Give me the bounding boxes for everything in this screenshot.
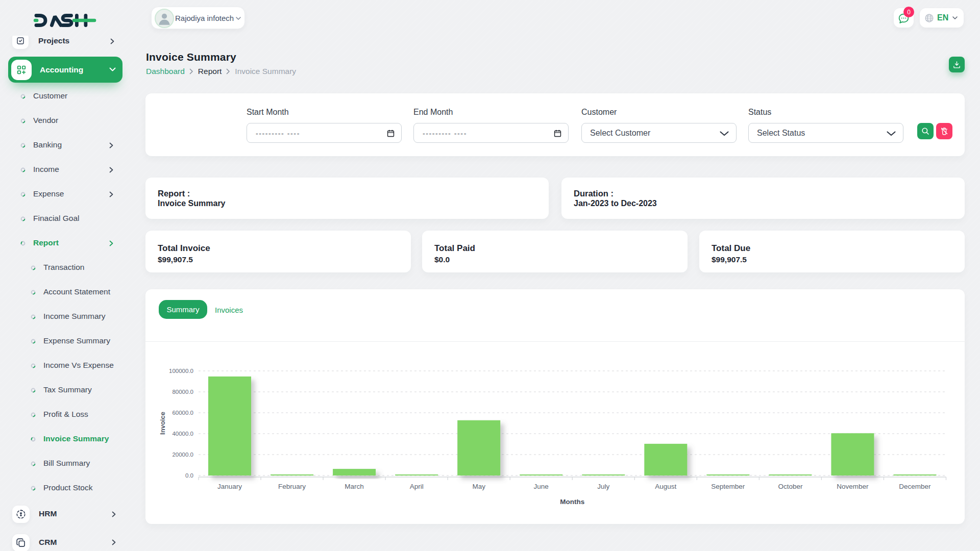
svg-text:October: October [778, 483, 803, 490]
svg-text:January: January [217, 483, 242, 490]
svg-text:40000.0: 40000.0 [172, 431, 193, 437]
svg-text:July: July [597, 483, 609, 490]
svg-text:Months: Months [560, 498, 584, 506]
svg-text:Invoice: Invoice [159, 412, 166, 435]
svg-text:June: June [534, 483, 549, 490]
svg-text:September: September [711, 483, 745, 490]
svg-text:0.0: 0.0 [185, 472, 193, 479]
svg-text:November: November [837, 483, 869, 490]
svg-text:May: May [472, 483, 485, 490]
svg-text:100000.0: 100000.0 [169, 368, 193, 374]
svg-text:February: February [278, 483, 306, 490]
svg-text:60000.0: 60000.0 [172, 410, 193, 416]
svg-text:80000.0: 80000.0 [172, 389, 193, 395]
svg-text:December: December [899, 483, 931, 490]
svg-text:August: August [655, 483, 676, 490]
svg-text:March: March [345, 483, 364, 490]
svg-text:April: April [410, 483, 424, 490]
svg-text:20000.0: 20000.0 [172, 452, 193, 458]
